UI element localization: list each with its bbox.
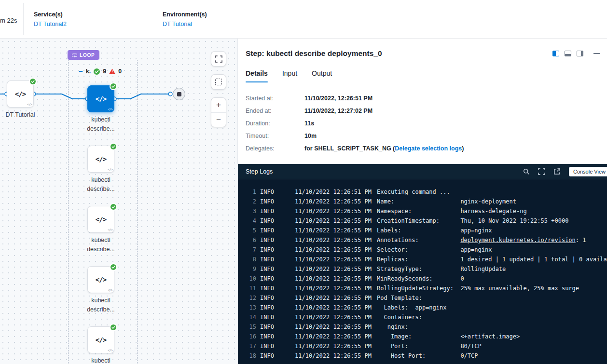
script-mini-icon: </> — [108, 288, 112, 292]
log-level: INFO — [260, 312, 295, 322]
error-count-icon — [109, 68, 115, 75]
environments-label: Environment(s) — [163, 11, 207, 18]
log-line: 2 INFO 11/10/2022 12:26:55 PM Name: ngin… — [238, 197, 607, 206]
tab-output[interactable]: Output — [312, 69, 332, 82]
panel-tabs: Details Input Output — [238, 69, 607, 82]
log-message: Host Port: 0/TCP — [377, 351, 478, 361]
services-value-link[interactable]: DT Tutorial2 — [34, 21, 67, 27]
layout-bottom-view-button[interactable] — [565, 51, 571, 56]
log-level: INFO — [260, 293, 295, 303]
step-logs-body: 1 INFO 11/10/2022 12:26:51 PM Executing … — [238, 179, 607, 361]
code-icon: </> — [96, 155, 106, 163]
log-line-number: 17 — [246, 341, 256, 351]
script-mini-icon: </> — [108, 228, 112, 232]
log-timestamp: 11/10/2022 12:26:55 PM — [295, 264, 377, 274]
stop-icon — [177, 92, 181, 96]
console-view-button[interactable]: Console View — [569, 167, 607, 176]
end-node[interactable] — [173, 88, 185, 100]
log-timestamp: 11/10/2022 12:26:55 PM — [295, 255, 377, 264]
log-level: INFO — [260, 255, 295, 264]
collapse-group-button[interactable]: − — [79, 68, 83, 74]
step-node[interactable]: </> </> kubectl describe... — [87, 85, 114, 112]
panel-view-controls — [552, 51, 600, 56]
field-value: 11/10/2022, 12:26:51 PM — [304, 95, 372, 102]
success-check-icon — [110, 143, 117, 150]
log-timestamp: 11/10/2022 12:26:55 PM — [295, 274, 377, 283]
script-mini-icon: </> — [108, 168, 112, 172]
step-node-label: kubectl describe... — [72, 236, 130, 254]
log-line: 12 INFO 11/10/2022 12:26:55 PM Pod Templ… — [238, 293, 607, 303]
log-level: INFO — [260, 322, 295, 332]
log-line: 9 INFO 11/10/2022 12:26:55 PM StrategyTy… — [238, 264, 607, 274]
log-line: 8 INFO 11/10/2022 12:26:55 PM Replicas: … — [238, 255, 607, 264]
marquee-select-button[interactable] — [211, 74, 226, 90]
log-line: 16 INFO 11/10/2022 12:26:55 PM Image: <+… — [238, 332, 607, 341]
layout-right-view-button[interactable] — [577, 51, 583, 56]
environments-block: Environment(s) DT Tutorial — [163, 11, 207, 27]
log-timestamp: 11/10/2022 12:26:55 PM — [295, 312, 377, 322]
elapsed-time: m 22s — [0, 17, 17, 24]
log-line-number: 12 — [246, 293, 256, 303]
stage-node-label: DT Tutorial — [0, 111, 44, 118]
log-message: RollingUpdateStrategy: 25% max unavailab… — [377, 283, 579, 293]
open-in-new-tab-icon[interactable] — [553, 168, 561, 175]
success-check-icon — [110, 203, 117, 211]
log-message: Annotations: deployment.kubernetes.io/re… — [377, 235, 586, 245]
field-value: for SHELL_SCRIPT_TASK_NG (Delegate selec… — [304, 145, 464, 152]
script-mini-icon: </> — [108, 349, 112, 352]
success-count-icon — [94, 68, 100, 75]
delegate-selection-logs-link[interactable]: Delegate selection logs — [395, 145, 462, 152]
field-value: 11s — [304, 120, 314, 127]
loop-badge[interactable]: LOOP — [68, 50, 99, 60]
log-timestamp: 11/10/2022 12:26:55 PM — [295, 235, 377, 245]
success-check-icon — [110, 82, 117, 90]
stage-node[interactable]: </> </> DT Tutorial — [7, 81, 34, 108]
zoom-out-button[interactable]: − — [211, 113, 226, 127]
log-line-number: 11 — [246, 283, 256, 293]
log-message: Name: nginx-deployment — [377, 197, 516, 206]
search-icon[interactable] — [523, 168, 530, 175]
log-message: Namespace: harness-delegate-ng — [377, 206, 527, 216]
log-line-number: 7 — [246, 245, 256, 255]
log-line: 1 INFO 11/10/2022 12:26:51 PM Executing … — [238, 187, 607, 197]
log-level: INFO — [260, 264, 295, 274]
tab-details[interactable]: Details — [246, 69, 268, 82]
log-timestamp: 11/10/2022 12:26:51 PM — [295, 187, 377, 197]
fit-to-screen-button[interactable] — [211, 51, 226, 67]
environments-value-link[interactable]: DT Tutorial — [163, 21, 207, 27]
detail-field-row: Timeout: 10m — [246, 133, 599, 139]
log-level: INFO — [260, 197, 295, 206]
script-mini-icon: </> — [27, 103, 32, 107]
layout-split-view-button[interactable] — [552, 51, 559, 56]
fullscreen-icon[interactable] — [538, 168, 545, 175]
minimize-panel-button[interactable] — [593, 53, 600, 54]
field-label: Ended at: — [246, 108, 304, 114]
log-level: INFO — [260, 332, 295, 341]
services-block: Service(s) DT Tutorial2 — [34, 11, 67, 27]
tab-input[interactable]: Input — [282, 69, 297, 82]
step-node[interactable]: </> </> kubectl describe... — [87, 206, 114, 233]
log-line-number: 13 — [246, 303, 256, 312]
execution-topbar: m 22s Service(s) DT Tutorial2 Environmen… — [0, 0, 607, 39]
log-level: INFO — [260, 283, 295, 293]
log-line-number: 5 — [246, 226, 256, 235]
log-timestamp: 11/10/2022 12:26:55 PM — [295, 197, 377, 206]
log-line-number: 16 — [246, 332, 256, 341]
code-icon: </> — [15, 90, 26, 98]
step-node[interactable]: </> </> kubectl describe... — [87, 326, 114, 353]
step-node[interactable]: </> </> kubectl describe... — [87, 146, 114, 173]
log-line: 3 INFO 11/10/2022 12:26:55 PM Namespace:… — [238, 206, 607, 216]
log-timestamp: 11/10/2022 12:26:55 PM — [295, 245, 377, 255]
log-line: 15 INFO 11/10/2022 12:26:55 PM nginx: — [238, 322, 607, 332]
log-level: INFO — [260, 274, 295, 283]
success-check-icon — [110, 263, 117, 271]
panel-title: Step: kubectl describe deployments_0 — [246, 49, 382, 58]
zoom-in-button[interactable]: + — [211, 98, 226, 113]
log-level: INFO — [260, 206, 295, 216]
step-node[interactable]: </> </> kubectl describe... — [87, 266, 114, 293]
log-message: Labels: app=nginx — [377, 226, 492, 235]
log-line-number: 6 — [246, 235, 256, 245]
log-timestamp: 11/10/2022 12:26:55 PM — [295, 303, 377, 312]
log-hyperlink[interactable]: deployment.kubernetes.io/revision — [460, 237, 575, 243]
log-line-number: 4 — [246, 216, 256, 226]
